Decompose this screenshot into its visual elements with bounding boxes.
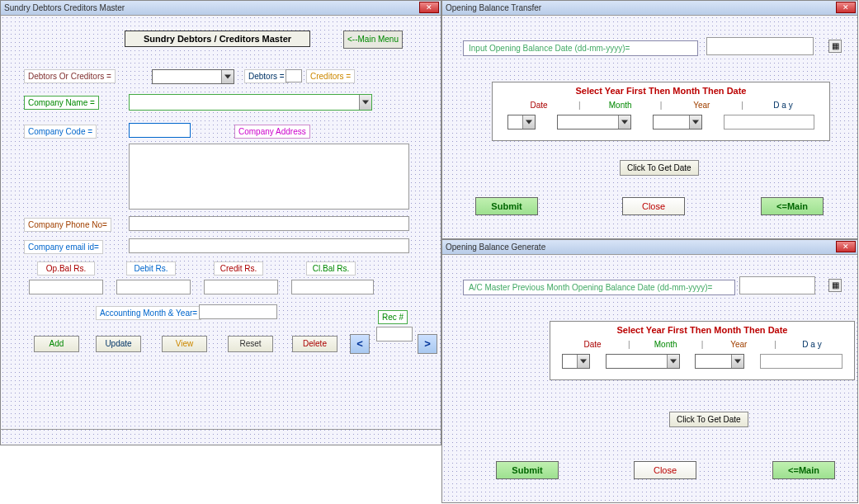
company-email-label: Company email id= xyxy=(24,240,103,254)
main-button[interactable]: <=Main xyxy=(761,197,824,215)
company-phone-label: Company Phone No= xyxy=(24,218,111,232)
prev-button[interactable]: < xyxy=(350,334,370,354)
acct-month-year-input[interactable] xyxy=(199,304,277,319)
debit-label: Debit Rs. xyxy=(126,261,176,276)
credit-label: Credit Rs. xyxy=(214,261,263,276)
date-panel-header: Select Year First Then Month Then Date xyxy=(550,322,854,338)
opbal-label: Op.Bal Rs. xyxy=(37,261,95,276)
add-button[interactable]: Add xyxy=(34,336,79,352)
window-title: Opening Balance Transfer xyxy=(446,3,541,12)
close-button[interactable]: Close xyxy=(622,197,685,215)
opening-balance-generate-window: Opening Balance Generate ✕ A/C Master Pr… xyxy=(441,239,858,503)
main-button[interactable]: <=Main xyxy=(772,461,835,479)
calendar-icon[interactable]: ▦ xyxy=(828,40,842,53)
day-col: D a y xyxy=(776,340,847,349)
titlebar: Sundry Debtors Creditors Master ✕ xyxy=(1,1,441,16)
date-col: Date xyxy=(499,101,578,110)
date-combo[interactable] xyxy=(507,115,536,130)
company-code-label: Company Code = xyxy=(24,125,97,139)
view-button[interactable]: View xyxy=(162,336,207,352)
debtors-or-creditors-label: Debtors Or Creditors = xyxy=(24,69,116,83)
date-combo[interactable] xyxy=(562,354,590,369)
date-input[interactable] xyxy=(706,37,814,55)
sundry-master-window: Sundry Debtors Creditors Master ✕ Sundry… xyxy=(0,0,441,445)
day-col: D a y xyxy=(743,101,823,110)
reset-button[interactable]: Reset xyxy=(228,336,273,352)
month-col: Month xyxy=(630,340,701,349)
delete-button[interactable]: Delete xyxy=(292,336,337,352)
click-to-get-date-button[interactable]: Click To Get Date xyxy=(669,412,748,427)
submit-button[interactable]: Submit xyxy=(475,197,538,215)
debtors-label: Debtors = xyxy=(244,69,289,83)
month-combo[interactable] xyxy=(606,354,680,369)
close-icon[interactable]: ✕ xyxy=(836,2,856,13)
close-icon[interactable]: ✕ xyxy=(419,2,439,13)
day-display xyxy=(760,354,842,369)
update-button[interactable]: Update xyxy=(96,336,141,352)
acct-month-year-label: Accounting Month & Year= xyxy=(96,306,201,320)
company-email-input[interactable] xyxy=(129,238,409,253)
window-title: Opening Balance Generate xyxy=(446,243,545,252)
page-title: Sundry Debtors / Creditors Master xyxy=(125,31,310,47)
year-combo[interactable] xyxy=(695,354,744,369)
company-name-label: Company Name = xyxy=(24,96,99,110)
opbal-input[interactable] xyxy=(29,280,103,294)
titlebar: Opening Balance Generate ✕ xyxy=(442,240,857,255)
year-col: Year xyxy=(662,101,741,110)
rec-input[interactable] xyxy=(376,327,413,341)
window-title: Sundry Debtors Creditors Master xyxy=(4,3,125,12)
titlebar: Opening Balance Transfer ✕ xyxy=(442,1,857,16)
date-panel-header: Select Year First Then Month Then Date xyxy=(493,82,829,99)
credit-input[interactable] xyxy=(204,280,278,294)
company-code-input[interactable] xyxy=(129,123,191,138)
next-button[interactable]: > xyxy=(418,334,437,354)
date-picker-panel: Select Year First Then Month Then Date D… xyxy=(550,321,855,380)
month-col: Month xyxy=(581,101,660,110)
company-address-textarea[interactable] xyxy=(129,144,409,210)
date-prompt-label: A/C Master Previous Month Opening Balanc… xyxy=(463,280,735,295)
creditors-label: Creditors = xyxy=(306,69,355,83)
calendar-icon[interactable]: ▦ xyxy=(828,279,842,292)
click-to-get-date-button[interactable]: Click To Get Date xyxy=(620,160,699,176)
debtors-or-creditors-combo[interactable] xyxy=(152,69,234,84)
month-combo[interactable] xyxy=(557,115,631,130)
divider xyxy=(0,429,441,430)
date-picker-panel: Select Year First Then Month Then Date D… xyxy=(492,82,830,141)
debtors-input[interactable] xyxy=(286,69,302,82)
date-prompt-label: Input Opening Balance Date (dd-mm-yyyy)= xyxy=(463,40,698,56)
year-col: Year xyxy=(703,340,774,349)
company-name-combo[interactable] xyxy=(129,94,372,111)
date-col: Date xyxy=(557,340,628,349)
date-input[interactable] xyxy=(739,276,815,294)
clbal-label: Cl.Bal Rs. xyxy=(306,261,356,276)
year-combo[interactable] xyxy=(653,115,702,130)
submit-button[interactable]: Submit xyxy=(496,461,559,479)
close-icon[interactable]: ✕ xyxy=(836,241,856,252)
main-menu-button[interactable]: <--Main Menu xyxy=(343,31,403,49)
rec-label: Rec # xyxy=(378,310,408,324)
company-phone-input[interactable] xyxy=(129,216,409,231)
company-address-label: Company Address xyxy=(234,125,310,139)
day-display xyxy=(724,115,814,130)
close-button[interactable]: Close xyxy=(634,461,696,479)
clbal-input[interactable] xyxy=(291,280,374,294)
opening-balance-transfer-window: Opening Balance Transfer ✕ Input Opening… xyxy=(441,0,858,239)
debit-input[interactable] xyxy=(116,280,191,294)
